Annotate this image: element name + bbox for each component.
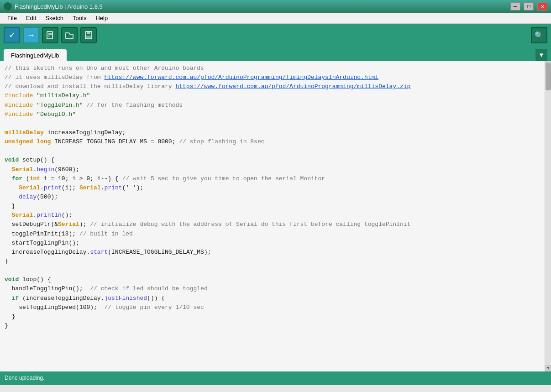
serial-monitor-button[interactable]: 🔍: [531, 27, 547, 43]
window-title: FlashingLedMyLib | Arduino 1.8.9: [15, 3, 509, 10]
close-button[interactable]: ✕: [537, 2, 547, 10]
upload-button[interactable]: →: [23, 27, 39, 43]
svg-rect-0: [47, 31, 52, 39]
menu-tools[interactable]: Tools: [68, 14, 91, 22]
scroll-down-arrow[interactable]: ▼: [545, 365, 551, 371]
link-timing[interactable]: https://www.forward.com.au/pfod/ArduinoP…: [104, 74, 378, 81]
open-button[interactable]: [61, 27, 78, 43]
code-editor[interactable]: // this sketch runs on Uno and most othe…: [0, 61, 545, 371]
svg-rect-5: [87, 31, 90, 34]
scroll-thumb[interactable]: [546, 63, 551, 90]
scrollbar[interactable]: ▲ ▼: [545, 61, 551, 371]
menu-bar: File Edit Sketch Tools Help: [0, 13, 551, 24]
toolbar: ✓ → 🔍: [0, 24, 551, 47]
editor-tab[interactable]: FlashingLedMyLib: [4, 49, 67, 61]
svg-rect-6: [86, 36, 91, 38]
verify-button[interactable]: ✓: [4, 27, 20, 43]
minimize-button[interactable]: ─: [510, 2, 520, 10]
console-area: [0, 384, 551, 392]
save-button[interactable]: [80, 27, 97, 43]
window-controls: ─ □ ✕: [509, 2, 547, 11]
maximize-button[interactable]: □: [524, 2, 534, 10]
menu-file[interactable]: File: [3, 14, 21, 22]
menu-sketch[interactable]: Sketch: [41, 14, 68, 22]
menu-help[interactable]: Help: [91, 14, 112, 22]
tab-bar: FlashingLedMyLib ▼: [0, 47, 551, 61]
tab-label: FlashingLedMyLib: [11, 52, 59, 59]
status-text: Done uploading.: [5, 375, 44, 381]
menu-edit[interactable]: Edit: [21, 14, 41, 22]
app-icon: [4, 2, 12, 10]
toolbar-right: 🔍: [531, 27, 547, 43]
status-bar: Done uploading.: [0, 371, 551, 384]
new-button[interactable]: [42, 27, 58, 43]
link-millisdelay[interactable]: https://www.forward.com.au/pfod/ArduinoP…: [175, 83, 410, 90]
title-bar: FlashingLedMyLib | Arduino 1.8.9 ─ □ ✕: [0, 0, 551, 13]
editor-container: // this sketch runs on Uno and most othe…: [0, 61, 551, 371]
tab-dropdown-button[interactable]: ▼: [535, 49, 547, 61]
